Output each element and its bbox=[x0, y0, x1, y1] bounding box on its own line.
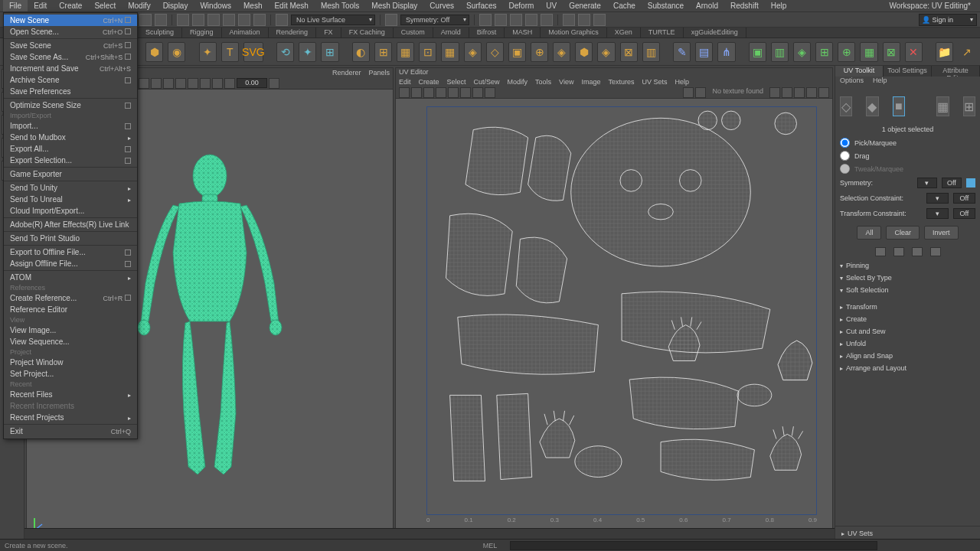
invert-button[interactable]: Invert bbox=[924, 226, 959, 240]
symmetry-dropdown[interactable]: Symmetry: Off bbox=[400, 15, 469, 25]
menu-recent-projects[interactable]: Recent Projects bbox=[4, 412, 137, 423]
vp-tool-icon[interactable] bbox=[175, 78, 186, 89]
shelf-tab[interactable]: Rigging bbox=[182, 28, 222, 37]
menu-meshdisplay[interactable]: Mesh Display bbox=[365, 0, 423, 11]
shelf-icon[interactable]: 📁 bbox=[936, 42, 953, 62]
playback-icon[interactable] bbox=[495, 14, 507, 26]
menu-surfaces[interactable]: Surfaces bbox=[460, 0, 502, 11]
menu-cloud-import-export[interactable]: Cloud Import/Export... bbox=[4, 205, 137, 217]
uv-tool-icon[interactable] bbox=[460, 87, 471, 98]
shelf-icon[interactable]: ⊠ bbox=[620, 42, 638, 62]
uv-tool-icon[interactable] bbox=[485, 87, 495, 98]
uv-tool-icon[interactable] bbox=[695, 87, 706, 98]
section-unfold[interactable]: Unfold bbox=[840, 337, 975, 350]
viewport-menu[interactable]: Panels bbox=[368, 69, 390, 77]
menu-increment-save[interactable]: Increment and SaveCtrl+Alt+S bbox=[4, 63, 137, 74]
uv-tool-icon[interactable] bbox=[794, 87, 805, 98]
shelf-icon[interactable]: ◉ bbox=[168, 42, 185, 62]
uv-tool-icon[interactable] bbox=[472, 87, 483, 98]
menu-exit[interactable]: ExitCtrl+Q bbox=[4, 425, 137, 437]
vp-tool-icon[interactable] bbox=[212, 78, 223, 89]
shelf-icon[interactable]: ▣ bbox=[749, 42, 766, 62]
shelf-icon[interactable]: ⋔ bbox=[717, 42, 735, 62]
menu-open-scene[interactable]: Open Scene...Ctrl+O bbox=[4, 26, 137, 37]
menu-import[interactable]: Import... bbox=[4, 120, 137, 132]
menu-export-selection[interactable]: Export Selection... bbox=[4, 155, 137, 166]
symmetry-dd[interactable]: ▾ bbox=[917, 178, 937, 188]
uv-tool-icon[interactable] bbox=[423, 87, 434, 98]
menu-project-window[interactable]: Project Window bbox=[4, 357, 137, 368]
playback-icon[interactable] bbox=[541, 14, 553, 26]
menu-ae-live-link[interactable]: Adobe(R) After Effects(R) Live Link bbox=[4, 219, 137, 230]
toolbar-icon[interactable] bbox=[155, 14, 167, 26]
menu-windows[interactable]: Windows bbox=[194, 0, 237, 11]
tab-attreditor[interactable]: Attribute Editor bbox=[932, 66, 980, 77]
menu-save-scene[interactable]: Save SceneCtrl+S bbox=[4, 40, 137, 51]
menu-save-scene-as[interactable]: Save Scene As...Ctrl+Shift+S bbox=[4, 51, 137, 63]
pick-radio[interactable] bbox=[840, 138, 850, 148]
uv-menu[interactable]: Textures bbox=[608, 78, 634, 86]
shelf-icon[interactable]: ▦ bbox=[397, 42, 414, 62]
shelf-tab[interactable]: FX bbox=[316, 28, 341, 37]
playback-icon[interactable] bbox=[510, 14, 522, 26]
snap-icon[interactable] bbox=[177, 14, 189, 26]
render-icon[interactable] bbox=[563, 14, 575, 26]
menu-assign-offline[interactable]: Assign Offline File... bbox=[4, 258, 137, 269]
snap-icon[interactable] bbox=[223, 14, 235, 26]
shelf-icon[interactable]: ✎ bbox=[673, 42, 691, 62]
uv-menu[interactable]: Tools bbox=[535, 78, 551, 86]
menu-send-unity[interactable]: Send To Unity bbox=[4, 182, 137, 194]
toolbar-icon[interactable] bbox=[139, 14, 152, 26]
shelf-icon[interactable]: ⬢ bbox=[575, 42, 593, 62]
shelf-icon[interactable]: ◈ bbox=[553, 42, 570, 62]
menu-set-project[interactable]: Set Project... bbox=[4, 368, 137, 380]
uv-tool-icon[interactable] bbox=[782, 87, 792, 98]
shelf-icon[interactable]: ↗ bbox=[958, 42, 975, 62]
section-cutsew[interactable]: Cut and Sew bbox=[840, 325, 975, 337]
menu-generate[interactable]: Generate bbox=[563, 0, 607, 11]
symmetry-val[interactable]: Off bbox=[942, 178, 962, 188]
shelf-icon[interactable]: ⊞ bbox=[321, 42, 338, 62]
uv-tool-icon[interactable] bbox=[806, 87, 817, 98]
menu-edit[interactable]: Edit bbox=[28, 0, 53, 11]
menu-modify[interactable]: Modify bbox=[122, 0, 156, 11]
vp-tool-icon[interactable] bbox=[200, 78, 211, 89]
magnet-icon[interactable] bbox=[276, 14, 288, 26]
section-transform[interactable]: Transform bbox=[840, 301, 975, 313]
shelf-tab[interactable]: Arnold bbox=[433, 28, 469, 37]
section-create[interactable]: Create bbox=[840, 313, 975, 325]
all-button[interactable]: All bbox=[857, 226, 881, 240]
menu-create[interactable]: Create bbox=[53, 0, 88, 11]
uv-tool-icon[interactable] bbox=[436, 87, 446, 98]
grow-icon[interactable] bbox=[930, 247, 941, 256]
snap-icon[interactable] bbox=[192, 14, 204, 26]
uv-icon[interactable]: ▦ bbox=[936, 96, 949, 116]
shelf-tab[interactable]: MASH bbox=[505, 28, 541, 37]
menu-uv[interactable]: UV bbox=[540, 0, 563, 11]
symmetry-toggle-icon[interactable] bbox=[966, 178, 975, 187]
no-live-surface-dropdown[interactable]: No Live Surface bbox=[291, 15, 375, 25]
shelf-tab[interactable]: Bifrost bbox=[469, 28, 505, 37]
shelf-icon[interactable]: ⊞ bbox=[815, 42, 833, 62]
shelf-icon[interactable]: ◈ bbox=[464, 42, 482, 62]
section-softselection[interactable]: Soft Selection bbox=[840, 284, 975, 296]
menu-save-prefs[interactable]: Save Preferences bbox=[4, 86, 137, 97]
section-pinning[interactable]: Pinning bbox=[840, 259, 975, 272]
shelf-icon[interactable]: ▦ bbox=[860, 42, 877, 62]
menu-display[interactable]: Display bbox=[157, 0, 194, 11]
tab-uvtoolkit[interactable]: UV Toolkit bbox=[835, 66, 884, 77]
shelf-icon[interactable]: ▥ bbox=[642, 42, 660, 62]
shelf-tab[interactable]: Sculpting bbox=[138, 28, 182, 37]
shelf-icon[interactable]: T bbox=[221, 42, 239, 62]
menu-new-scene[interactable]: New SceneCtrl+N bbox=[4, 15, 137, 26]
grow-icon[interactable] bbox=[875, 247, 886, 256]
menu-view-image[interactable]: View Image... bbox=[4, 324, 137, 336]
shelf-icon[interactable]: ✦ bbox=[199, 42, 217, 62]
menu-curves[interactable]: Curves bbox=[423, 0, 460, 11]
shelf-tab[interactable]: FX Caching bbox=[341, 28, 394, 37]
menu-editmesh[interactable]: Edit Mesh bbox=[268, 0, 314, 11]
menu-select[interactable]: Select bbox=[88, 0, 122, 11]
shelf-tab[interactable]: xgGuideEditing bbox=[684, 28, 746, 37]
snap-icon[interactable] bbox=[207, 14, 220, 26]
vp-tool-icon[interactable] bbox=[269, 78, 279, 89]
